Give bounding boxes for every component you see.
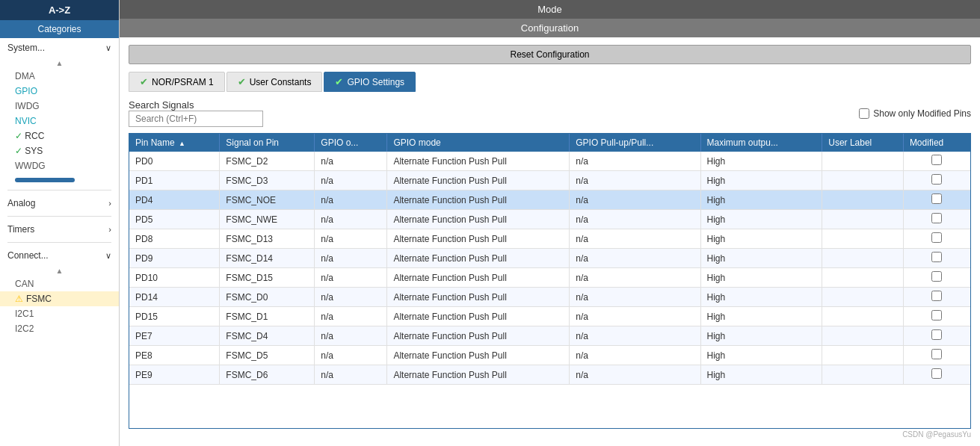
modified-checkbox[interactable]	[931, 232, 942, 243]
modified-checkbox[interactable]	[931, 213, 942, 223]
sidebar-scroll-up[interactable]: ▲	[0, 58, 119, 69]
table-row[interactable]: PD10FSMC_D15n/aAlternate Function Push P…	[129, 268, 970, 288]
sidebar-item-nvic[interactable]: NVIC	[0, 114, 119, 128]
cell-gpio-out: n/a	[315, 346, 387, 365]
cell-modified[interactable]	[903, 268, 970, 288]
table-header-row: Pin Name ▲ Signal on Pin GPIO o... GPIO …	[129, 134, 970, 152]
sidebar-item-sys[interactable]: SYS	[0, 143, 119, 158]
cell-signal: FSMC_D3	[220, 171, 315, 191]
cell-gpio-mode: Alternate Function Push Pull	[387, 365, 570, 385]
cell-max-output: High	[700, 307, 822, 326]
cell-modified[interactable]	[903, 152, 970, 171]
modified-checkbox[interactable]	[931, 329, 942, 340]
cell-max-output: High	[700, 210, 822, 229]
tabs-bar: ✔ NOR/PSRAM 1 ✔ User Constants ✔ GPIO Se…	[129, 72, 971, 92]
modified-checkbox[interactable]	[931, 271, 942, 282]
table-row[interactable]: PE8FSMC_D5n/aAlternate Function Push Pul…	[129, 346, 970, 365]
modified-checkbox[interactable]	[931, 174, 942, 185]
chevron-down-icon: ∨	[105, 43, 111, 53]
sidebar-item-fsmc[interactable]: ⚠FSMC	[0, 291, 119, 306]
table-row[interactable]: PE9FSMC_D6n/aAlternate Function Push Pul…	[129, 365, 970, 385]
cell-gpio-mode: Alternate Function Push Pull	[387, 288, 570, 307]
col-modified[interactable]: Modified	[903, 134, 970, 152]
table-row[interactable]: PD9FSMC_D14n/aAlternate Function Push Pu…	[129, 249, 970, 268]
modified-checkbox[interactable]	[931, 252, 942, 262]
tab-gpio-settings[interactable]: ✔ GPIO Settings	[324, 72, 416, 92]
sidebar-item-iwdg[interactable]: IWDG	[0, 99, 119, 114]
modified-checkbox[interactable]	[931, 155, 942, 165]
cell-pin: PD8	[129, 229, 220, 249]
table-row[interactable]: PD14FSMC_D0n/aAlternate Function Push Pu…	[129, 288, 970, 307]
cell-modified[interactable]	[903, 229, 970, 249]
cell-pin: PD10	[129, 268, 220, 288]
sidebar-item-i2c1[interactable]: I2C1	[0, 306, 119, 321]
sidebar-section-connectivity[interactable]: Connect... ∨	[0, 246, 119, 265]
table-row[interactable]: PD8FSMC_D13n/aAlternate Function Push Pu…	[129, 229, 970, 249]
sidebar-item-wwdg[interactable]: WWDG	[0, 158, 119, 173]
sidebar-section-analog[interactable]: Analog ›	[0, 193, 119, 213]
table-row[interactable]: PD0FSMC_D2n/aAlternate Function Push Pul…	[129, 152, 970, 171]
table-row[interactable]: PE7FSMC_D4n/aAlternate Function Push Pul…	[129, 326, 970, 346]
table-row[interactable]: PD15FSMC_D1n/aAlternate Function Push Pu…	[129, 307, 970, 326]
cell-user-label	[822, 210, 904, 229]
modified-checkbox[interactable]	[931, 310, 942, 320]
modified-checkbox[interactable]	[931, 349, 942, 359]
cell-gpio-out: n/a	[315, 210, 387, 229]
cell-modified[interactable]	[903, 346, 970, 365]
chevron-down-icon-connectivity: ∨	[105, 251, 111, 261]
search-input[interactable]	[129, 111, 263, 127]
show-modified-label: Show only Modified Pins	[873, 108, 971, 119]
cell-pin: PD15	[129, 307, 220, 326]
cell-gpio-mode: Alternate Function Push Pull	[387, 346, 570, 365]
cell-modified[interactable]	[903, 191, 970, 210]
cell-gpio-pull: n/a	[570, 171, 700, 191]
sidebar-item-gpio[interactable]: GPIO	[0, 84, 119, 99]
show-modified-checkbox[interactable]	[859, 108, 869, 119]
col-user-label[interactable]: User Label	[822, 134, 904, 152]
search-signals-wrap: Search Signals	[129, 99, 263, 127]
cell-modified[interactable]	[903, 210, 970, 229]
col-gpio-pull[interactable]: GPIO Pull-up/Pull...	[570, 134, 700, 152]
cell-pin: PE9	[129, 365, 220, 385]
table-row[interactable]: PD4FSMC_NOEn/aAlternate Function Push Pu…	[129, 191, 970, 210]
col-signal-on-pin[interactable]: Signal on Pin	[220, 134, 315, 152]
cell-gpio-out: n/a	[315, 171, 387, 191]
sidebar-item-rcc[interactable]: RCC	[0, 128, 119, 143]
cell-modified[interactable]	[903, 171, 970, 191]
col-gpio-output[interactable]: GPIO o...	[315, 134, 387, 152]
sidebar-section-system[interactable]: System... ∨	[0, 38, 119, 58]
table-row[interactable]: PD1FSMC_D3n/aAlternate Function Push Pul…	[129, 171, 970, 191]
cell-user-label	[822, 191, 904, 210]
sidebar-item-i2c2[interactable]: I2C2	[0, 321, 119, 336]
cell-modified[interactable]	[903, 307, 970, 326]
sidebar-divider-2	[7, 216, 111, 217]
sidebar-atoz-label[interactable]: A->Z	[0, 0, 119, 20]
sidebar-categories-label[interactable]: Categories	[0, 20, 119, 38]
cell-gpio-pull: n/a	[570, 326, 700, 346]
col-gpio-mode[interactable]: GPIO mode	[387, 134, 570, 152]
reset-configuration-button[interactable]: Reset Configuration	[129, 45, 971, 64]
sidebar-scroll-up-2[interactable]: ▲	[0, 265, 119, 276]
modified-checkbox[interactable]	[931, 368, 942, 379]
tab-nor-psram[interactable]: ✔ NOR/PSRAM 1	[129, 72, 225, 92]
tab-user-constants[interactable]: ✔ User Constants	[226, 72, 323, 92]
cell-gpio-out: n/a	[315, 365, 387, 385]
col-max-output[interactable]: Maximum outpu...	[700, 134, 822, 152]
sidebar-item-dma[interactable]: DMA	[0, 69, 119, 84]
cell-max-output: High	[700, 152, 822, 171]
modified-checkbox[interactable]	[931, 193, 942, 204]
sidebar-section-timers[interactable]: Timers ›	[0, 220, 119, 239]
cell-modified[interactable]	[903, 326, 970, 346]
sidebar-scrollbar[interactable]	[15, 178, 75, 182]
cell-modified[interactable]	[903, 249, 970, 268]
cell-max-output: High	[700, 191, 822, 210]
col-pin-name[interactable]: Pin Name ▲	[129, 134, 220, 152]
table-row[interactable]: PD5FSMC_NWEn/aAlternate Function Push Pu…	[129, 210, 970, 229]
chevron-right-icon-timers: ›	[108, 225, 111, 234]
cell-gpio-pull: n/a	[570, 307, 700, 326]
cell-modified[interactable]	[903, 365, 970, 385]
sidebar-item-can[interactable]: CAN	[0, 276, 119, 291]
cell-modified[interactable]	[903, 288, 970, 307]
cell-signal: FSMC_D4	[220, 326, 315, 346]
modified-checkbox[interactable]	[931, 291, 942, 301]
